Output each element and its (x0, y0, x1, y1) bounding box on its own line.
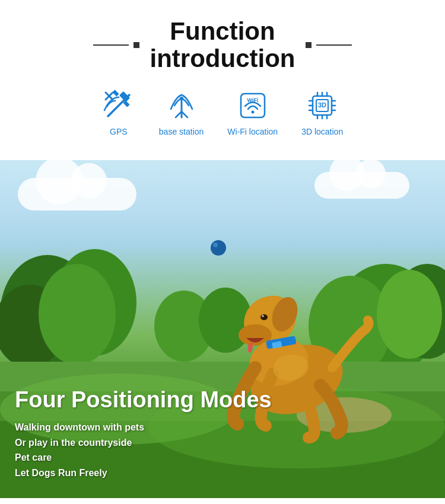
svg-point-54 (211, 240, 226, 256)
main-title: Function introduction (150, 18, 295, 72)
icon-item-base-station: base station (159, 89, 204, 136)
title-line-left (93, 42, 139, 48)
icon-item-3d: 3D (301, 89, 343, 136)
gps-icon (102, 89, 135, 122)
title-text: Function introduction (150, 18, 295, 72)
title-line-right (306, 42, 352, 48)
wifi-icon: WiFi (236, 89, 269, 122)
overlay-line-1: Walking downtown with pets (15, 420, 430, 435)
icons-row: GPS base stat (12, 89, 433, 148)
line-bar-left (93, 44, 129, 46)
background-scene: Four Positioning Modes Walking downtown … (0, 160, 445, 498)
title-row: Function introduction (12, 18, 433, 72)
svg-point-35 (377, 270, 442, 359)
svg-point-31 (39, 264, 116, 365)
square-left (134, 42, 139, 48)
antenna-icon (165, 89, 198, 122)
overlay-subtext: Walking downtown with pets Or play in th… (15, 420, 430, 480)
svg-point-9 (180, 97, 183, 100)
icon-item-gps: GPS (102, 89, 135, 136)
top-section: Function introduction (0, 0, 445, 160)
square-right (306, 42, 312, 48)
gps-label: GPS (110, 127, 128, 136)
svg-point-55 (213, 243, 218, 247)
overlay-line-2: Or play in the countryside (15, 435, 430, 451)
svg-point-11 (251, 111, 254, 114)
svg-rect-1 (119, 91, 130, 102)
svg-text:WiFi: WiFi (247, 97, 258, 103)
image-section: Four Positioning Modes Walking downtown … (0, 160, 445, 498)
overlay-text: Four Positioning Modes Walking downtown … (0, 376, 445, 498)
line-bar-right (316, 44, 352, 46)
four-positioning-heading: Four Positioning Modes (15, 388, 430, 413)
wifi-label: Wi-Fi location (227, 127, 278, 136)
icon-item-wifi: WiFi Wi-Fi location (227, 89, 278, 136)
3d-chip-icon: 3D (306, 89, 339, 122)
overlay-line-4: Let Dogs Run Freely (15, 465, 430, 481)
svg-point-48 (262, 315, 264, 317)
base-station-label: base station (159, 127, 204, 136)
page-wrapper: Function introduction (0, 0, 445, 504)
svg-point-47 (260, 314, 268, 320)
3d-label: 3D location (301, 127, 343, 136)
svg-text:3D: 3D (318, 101, 326, 109)
overlay-line-3: Pet care (15, 450, 430, 465)
